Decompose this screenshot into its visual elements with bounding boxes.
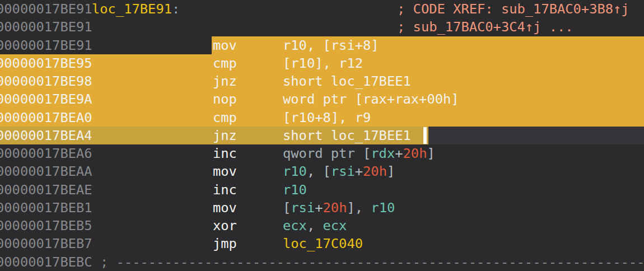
asm-row[interactable]: 00000017BEB5xorecx, ecx [0, 217, 644, 235]
asm-token: 20h [363, 163, 387, 179]
address-label: 00000017BEAA [0, 162, 92, 180]
asm-text-segment: jmp [213, 235, 237, 253]
address-label: 00000017BEA0 [0, 109, 92, 127]
asm-row[interactable]: 00000017BEAAmovr10, [rsi+20h] [0, 162, 644, 180]
asm-text-segment: xor [213, 217, 237, 235]
asm-row[interactable]: 00000017BEA4jnzshort loc_17BEE1 [0, 127, 644, 144]
address-label: 00000017BEB5 [0, 217, 92, 235]
asm-text-segment: r10, [rsi+20h] [283, 162, 395, 180]
asm-token: rdx [371, 146, 395, 161]
asm-token: mov [213, 163, 237, 179]
asm-token: r10 [371, 200, 395, 216]
address-label: 00000017BE98 [0, 72, 92, 90]
asm-token: [r10], r12 [283, 55, 363, 71]
asm-token: loc_17BE91 [92, 1, 172, 17]
asm-text-segment: nop [213, 90, 237, 108]
asm-token: xor [213, 218, 237, 233]
asm-token: [ [363, 146, 371, 161]
text-cursor [423, 127, 427, 144]
asm-row[interactable]: 00000017BEBC; --------------------------… [0, 253, 644, 271]
asm-text-segment: mov [213, 36, 237, 54]
asm-token: jnz [213, 128, 237, 143]
asm-token: : [172, 1, 180, 17]
asm-text-segment: mov [213, 199, 237, 217]
address-label: 00000017BE91 [0, 36, 92, 54]
asm-text-segment: cmp [213, 109, 237, 127]
asm-token: word ptr [rax+rax+00h] [283, 91, 459, 107]
asm-row[interactable]: 00000017BEB7jmploc_17C040 [0, 235, 644, 253]
address-label: 00000017BEA4 [0, 127, 92, 144]
asm-token: [ [323, 163, 331, 179]
asm-token: mov [213, 200, 237, 216]
asm-row[interactable]: 00000017BE95cmp[r10], r12 [0, 54, 644, 72]
asm-text-segment: ; sub_17BAC0+3C4↑j ... [397, 18, 573, 36]
asm-token: 20h [323, 200, 347, 216]
asm-token: + [355, 163, 363, 179]
asm-row[interactable]: 00000017BE98jnzshort loc_17BEE1 [0, 72, 644, 90]
asm-text-segment: jnz [213, 127, 237, 144]
address-label: 00000017BEA6 [0, 144, 92, 162]
asm-text-segment: loc_17BE91: [92, 0, 180, 18]
asm-text-segment: mov [213, 162, 237, 180]
asm-text-segment: word ptr [rax+rax+00h] [283, 90, 459, 108]
asm-text-segment: ; CODE XREF: sub_17BAC0+3B8↑j [397, 0, 629, 18]
asm-token: [ [283, 200, 291, 216]
asm-text-segment: inc [213, 181, 237, 199]
asm-token: cmp [213, 55, 237, 71]
asm-token: qword ptr [283, 146, 363, 161]
asm-token: loc_17C040 [283, 236, 363, 251]
asm-text-segment: inc [213, 144, 237, 162]
asm-row[interactable]: 00000017BE9Anopword ptr [rax+rax+00h] [0, 90, 644, 108]
asm-token: jmp [213, 236, 237, 251]
selection-highlight [212, 36, 644, 54]
asm-row[interactable]: 00000017BEAEincr10 [0, 181, 644, 199]
asm-token: mov [213, 38, 237, 53]
asm-token: ; sub_17BAC0+3C4↑j ... [397, 19, 573, 35]
asm-token: r10 [283, 182, 307, 198]
asm-row[interactable]: 00000017BE91movr10, [rsi+8] [0, 36, 644, 54]
asm-row[interactable]: 00000017BEA6incqword ptr [rdx+20h] [0, 144, 644, 162]
asm-token: ; CODE XREF: sub_17BAC0+3B8↑j [397, 1, 629, 17]
asm-token: ] [347, 200, 354, 216]
disassembly-view: 00000017BE91loc_17BE91:; CODE XREF: sub_… [0, 0, 644, 271]
asm-text-segment: [r10], r12 [283, 54, 363, 72]
asm-token: r10, [rsi+8] [283, 38, 379, 53]
asm-token: ; [100, 254, 116, 270]
asm-token: rsi [331, 163, 355, 179]
asm-text-segment: ecx, ecx [283, 217, 347, 235]
asm-text-segment: cmp [213, 54, 237, 72]
asm-token: jnz [213, 73, 237, 89]
asm-token: ] [427, 146, 435, 161]
asm-token: inc [213, 182, 237, 198]
asm-token: , [355, 200, 371, 216]
asm-token: short loc_17BEE1 [283, 128, 411, 143]
address-label: 00000017BEB7 [0, 235, 92, 253]
asm-token: + [315, 200, 323, 216]
address-label: 00000017BE95 [0, 54, 92, 72]
asm-row[interactable]: 00000017BEB1mov[rsi+20h], r10 [0, 199, 644, 217]
asm-token: ----------------------------------------… [116, 254, 644, 270]
asm-text-segment: short loc_17BEE1 [283, 72, 411, 90]
asm-token: rsi [291, 200, 315, 216]
asm-text-segment: jnz [213, 72, 237, 90]
asm-text-segment: r10 [283, 181, 307, 199]
asm-token: 20h [403, 146, 427, 161]
asm-row[interactable]: 00000017BE91loc_17BE91:; CODE XREF: sub_… [0, 0, 644, 18]
asm-text-segment: loc_17C040 [283, 235, 363, 253]
asm-row[interactable]: 00000017BE91; sub_17BAC0+3C4↑j ... [0, 18, 644, 36]
asm-token: + [395, 146, 403, 161]
address-label: 00000017BE91 [0, 0, 92, 18]
asm-text-segment: qword ptr [rdx+20h] [283, 144, 435, 162]
address-label: 00000017BE91 [0, 18, 92, 36]
asm-text-segment: [r10+8], r9 [283, 109, 371, 127]
asm-token: , [307, 218, 323, 233]
address-label: 00000017BEBC [0, 253, 92, 271]
asm-token: [r10+8], r9 [283, 110, 371, 125]
address-label: 00000017BE9A [0, 90, 92, 108]
asm-text-segment: [rsi+20h], r10 [283, 199, 395, 217]
address-label: 00000017BEAE [0, 181, 92, 199]
asm-text-segment: short loc_17BEE1 [283, 127, 411, 144]
asm-token: , [307, 163, 323, 179]
asm-row[interactable]: 00000017BEA0cmp[r10+8], r9 [0, 109, 644, 127]
asm-text-segment: r10, [rsi+8] [283, 36, 379, 54]
